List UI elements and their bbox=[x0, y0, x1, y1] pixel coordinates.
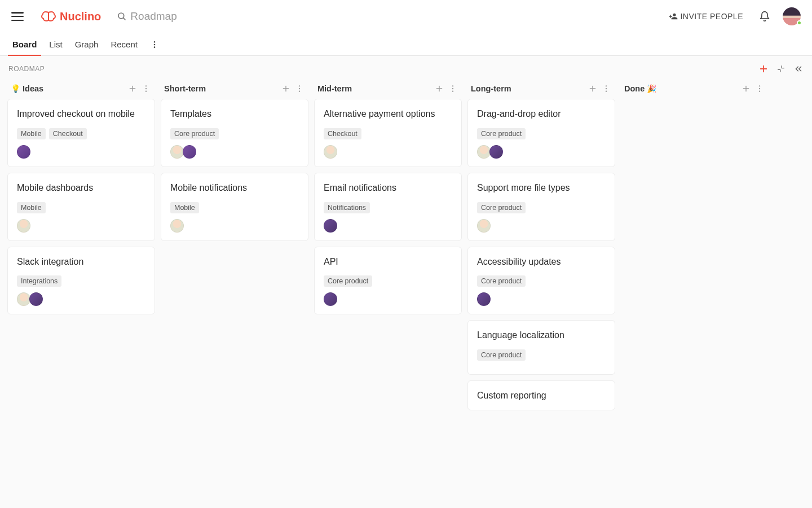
avatar[interactable] bbox=[324, 145, 337, 159]
card-tags: Mobile bbox=[170, 202, 299, 213]
card[interactable]: Alternative payment optionsCheckout bbox=[314, 99, 462, 167]
svg-point-31 bbox=[759, 90, 760, 91]
column-title-text: Long-term bbox=[471, 84, 511, 93]
column-title[interactable]: 💡Ideas bbox=[11, 84, 128, 93]
avatar[interactable] bbox=[324, 219, 337, 233]
column-menu-button[interactable] bbox=[755, 84, 764, 93]
tag[interactable]: Core product bbox=[477, 349, 526, 361]
tag[interactable]: Mobile bbox=[17, 202, 46, 213]
card[interactable]: APICore product bbox=[314, 247, 462, 315]
invite-icon bbox=[669, 12, 678, 21]
avatar[interactable] bbox=[17, 145, 30, 159]
breadcrumb[interactable]: ROADMAP bbox=[8, 65, 45, 73]
tag[interactable]: Checkout bbox=[324, 128, 361, 139]
card[interactable]: Support more file typesCore product bbox=[467, 173, 615, 241]
column-title[interactable]: Long-term bbox=[471, 84, 588, 93]
column-short-term: Short-termTemplatesCore productMobile no… bbox=[161, 82, 308, 247]
avatar[interactable] bbox=[29, 292, 43, 306]
tag[interactable]: Checkout bbox=[49, 128, 87, 139]
hide-panel-button[interactable] bbox=[793, 64, 804, 74]
tabs-more-button[interactable] bbox=[150, 40, 159, 49]
plus-icon bbox=[758, 64, 769, 74]
card-avatars bbox=[324, 145, 452, 159]
column-done: Done🎉 bbox=[621, 82, 769, 99]
invite-people-button[interactable]: INVITE PEOPLE bbox=[669, 12, 743, 21]
tag[interactable]: Integrations bbox=[17, 275, 61, 287]
tag[interactable]: Mobile bbox=[17, 128, 46, 139]
avatar[interactable] bbox=[17, 219, 30, 233]
card[interactable]: Custom reporting bbox=[467, 380, 615, 410]
column-menu-button[interactable] bbox=[602, 84, 611, 93]
card-title: Slack integration bbox=[17, 256, 145, 268]
column-menu-button[interactable] bbox=[448, 84, 457, 93]
tag[interactable]: Core product bbox=[324, 275, 372, 287]
tag[interactable]: Core product bbox=[477, 128, 526, 139]
plus-icon bbox=[435, 84, 444, 93]
tag[interactable]: Notifications bbox=[324, 202, 370, 213]
tag[interactable]: Core product bbox=[170, 128, 219, 139]
collapse-button[interactable] bbox=[776, 64, 785, 73]
card-avatars bbox=[17, 292, 145, 306]
card[interactable]: Mobile dashboardsMobile bbox=[7, 173, 155, 241]
tab-list[interactable]: List bbox=[49, 33, 62, 55]
column-add-card-button[interactable] bbox=[588, 84, 597, 93]
card-tags: MobileCheckout bbox=[17, 128, 145, 139]
svg-point-19 bbox=[452, 85, 453, 86]
card-tags: Core product bbox=[477, 202, 606, 213]
card-tags: Integrations bbox=[17, 275, 145, 287]
tab-graph[interactable]: Graph bbox=[75, 33, 99, 55]
card[interactable]: Email notificationsNotifications bbox=[314, 173, 462, 241]
board-area: ROADMAP 💡IdeasImproved checkout on mobil… bbox=[0, 56, 812, 508]
column-title[interactable]: Short-term bbox=[164, 84, 281, 93]
avatar[interactable] bbox=[17, 292, 30, 306]
card[interactable]: Accessibility updatesCore product bbox=[467, 247, 615, 315]
add-button[interactable] bbox=[758, 64, 769, 74]
avatar[interactable] bbox=[170, 145, 184, 159]
user-avatar[interactable] bbox=[783, 7, 801, 25]
tag[interactable]: Mobile bbox=[170, 202, 199, 213]
column-title[interactable]: Mid-term bbox=[317, 84, 435, 93]
column-title[interactable]: Done🎉 bbox=[624, 84, 742, 93]
column-add-card-button[interactable] bbox=[435, 84, 444, 93]
hamburger-menu-icon[interactable] bbox=[11, 10, 24, 23]
svg-point-14 bbox=[299, 85, 300, 86]
card[interactable]: TemplatesCore product bbox=[161, 99, 308, 167]
avatar[interactable] bbox=[324, 292, 337, 306]
column-menu-button[interactable] bbox=[295, 84, 304, 93]
avatar[interactable] bbox=[477, 145, 491, 159]
tab-recent[interactable]: Recent bbox=[111, 33, 138, 55]
search-icon bbox=[117, 11, 127, 21]
svg-point-26 bbox=[606, 90, 607, 91]
column-header: 💡Ideas bbox=[7, 82, 155, 99]
tag[interactable]: Core product bbox=[477, 202, 526, 213]
avatar[interactable] bbox=[477, 219, 491, 233]
notifications-button[interactable] bbox=[759, 11, 770, 22]
column-ideas: 💡IdeasImproved checkout on mobileMobileC… bbox=[7, 82, 155, 320]
column-add-card-button[interactable] bbox=[281, 84, 290, 93]
tag[interactable]: Core product bbox=[477, 275, 526, 287]
card[interactable]: Mobile notificationsMobile bbox=[161, 173, 308, 241]
avatar[interactable] bbox=[183, 145, 196, 159]
avatar[interactable] bbox=[489, 145, 503, 159]
svg-point-16 bbox=[299, 90, 300, 91]
tab-board[interactable]: Board bbox=[12, 33, 37, 55]
svg-point-20 bbox=[452, 88, 453, 89]
board-header: ROADMAP bbox=[0, 56, 812, 77]
column-menu-button[interactable] bbox=[142, 84, 151, 93]
avatar[interactable] bbox=[477, 292, 491, 306]
card[interactable]: Drag-and-drop editorCore product bbox=[467, 99, 615, 167]
bell-icon bbox=[759, 11, 770, 22]
card[interactable]: Language localizationCore product bbox=[467, 320, 615, 375]
search[interactable]: Roadmap bbox=[117, 10, 176, 23]
avatar[interactable] bbox=[170, 219, 184, 233]
plus-icon bbox=[588, 84, 597, 93]
column-add-card-button[interactable] bbox=[742, 84, 751, 93]
card[interactable]: Improved checkout on mobileMobileCheckou… bbox=[7, 99, 155, 167]
column-add-card-button[interactable] bbox=[128, 84, 137, 93]
card[interactable]: Slack integrationIntegrations bbox=[7, 247, 155, 315]
brand-logo[interactable]: Nuclino bbox=[41, 10, 101, 23]
card-avatars bbox=[477, 219, 606, 233]
card-title: Email notifications bbox=[324, 182, 452, 194]
svg-point-3 bbox=[154, 43, 156, 45]
card-title: Accessibility updates bbox=[477, 256, 606, 268]
